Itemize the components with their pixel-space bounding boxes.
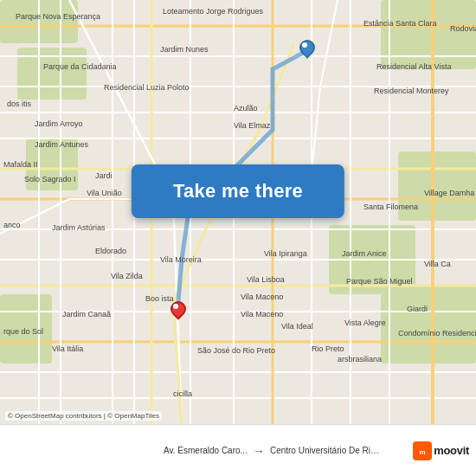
bottom-bar: Av. Esmeraldo Caro... → Centro Universit… bbox=[0, 424, 476, 476]
destination-pin bbox=[169, 301, 184, 320]
route-arrow-icon: → bbox=[253, 444, 265, 458]
moovit-logo: m moovit bbox=[413, 441, 469, 460]
moovit-text: moovit bbox=[434, 444, 469, 457]
svg-text:m: m bbox=[420, 447, 426, 455]
moovit-svg-icon: m bbox=[416, 445, 428, 457]
map-attribution: © OpenStreetMap contributors | © OpenMap… bbox=[5, 411, 162, 421]
map-container: Parque Nova EsperançaLoteamento Jorge Ro… bbox=[0, 0, 476, 424]
origin-pin bbox=[298, 40, 313, 59]
moovit-icon: m bbox=[413, 441, 432, 460]
route-section: Av. Esmeraldo Caro... → Centro Universit… bbox=[140, 444, 406, 458]
route-from-label: Av. Esmeraldo Caro... bbox=[164, 446, 248, 455]
take-me-there-button[interactable]: Take me there bbox=[132, 164, 344, 218]
route-to-label: Centro Universitário De Rio ... bbox=[270, 446, 383, 455]
